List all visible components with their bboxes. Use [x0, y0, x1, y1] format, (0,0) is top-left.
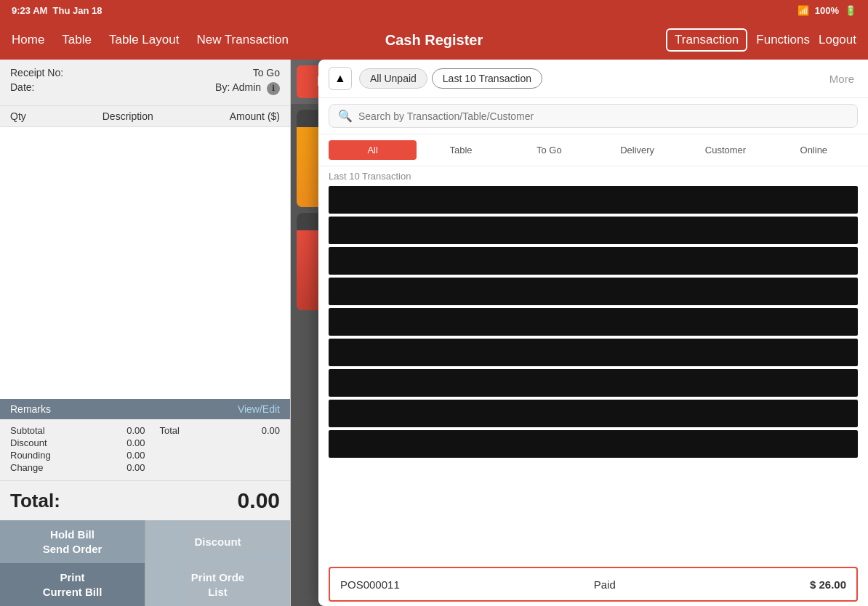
- subtotal-row: Subtotal 0.00: [10, 425, 145, 436]
- col-headers: Qty Description Amount ($): [0, 106, 290, 127]
- collapse-button[interactable]: ▲: [329, 67, 352, 90]
- receipt-date-label: Date:: [10, 81, 34, 95]
- transaction-list-header: Last 10 Transaction: [318, 166, 868, 186]
- hold-bill-button[interactable]: Hold Bill Send Order: [0, 520, 145, 563]
- nav-new-transaction[interactable]: New Transaction: [196, 33, 289, 47]
- overlay-header: ▲ All Unpaid Last 10 Transaction More: [318, 60, 868, 98]
- totals-grid: Subtotal 0.00 Total 0.00 Discount 0.00 R…: [10, 425, 280, 474]
- discount-row: Discount 0.00: [10, 437, 145, 448]
- nav-table-layout[interactable]: Table Layout: [109, 33, 179, 47]
- receipt-items: [0, 127, 290, 400]
- subtotal-val: 0.00: [102, 425, 145, 436]
- nav-home[interactable]: Home: [12, 33, 44, 47]
- filter-tabs-top: All Unpaid Last 10 Transaction: [359, 68, 819, 89]
- receipt-date-row: Date: By: Admin ℹ: [10, 81, 280, 95]
- bottom-buttons: Hold Bill Send Order Discount: [0, 520, 290, 563]
- list-item[interactable]: [329, 400, 858, 427]
- main-layout: Receipt No: To Go Date: By: Admin ℹ Qty …: [0, 60, 868, 606]
- amount-col-header: Amount ($): [230, 110, 280, 122]
- qty-col-header: Qty: [10, 110, 26, 122]
- view-edit-button[interactable]: View/Edit: [238, 403, 280, 415]
- list-item[interactable]: [329, 247, 858, 275]
- cat-all[interactable]: All: [329, 140, 417, 160]
- nav-transaction[interactable]: Transaction: [666, 28, 747, 52]
- totals-section: Subtotal 0.00 Total 0.00 Discount 0.00 R…: [0, 419, 290, 480]
- filter-all-unpaid[interactable]: All Unpaid: [359, 68, 427, 89]
- nav-logout[interactable]: Logout: [819, 33, 856, 47]
- nav-functions[interactable]: Functions: [756, 33, 810, 47]
- admin-info-icon[interactable]: ℹ: [267, 82, 280, 95]
- cat-table[interactable]: Table: [417, 140, 505, 160]
- list-item[interactable]: [329, 278, 858, 305]
- print-order-list-button[interactable]: Print Orde List: [145, 563, 290, 606]
- left-panel: Receipt No: To Go Date: By: Admin ℹ Qty …: [0, 60, 291, 606]
- discount-val: 0.00: [102, 437, 145, 448]
- nav-bar: Home Table Table Layout New Transaction …: [0, 20, 868, 60]
- cat-togo[interactable]: To Go: [505, 140, 593, 160]
- transaction-list[interactable]: [318, 186, 868, 562]
- total-big-value: 0.00: [238, 488, 280, 513]
- subtotal-label: Subtotal: [10, 425, 45, 436]
- total-val: 0.00: [236, 425, 280, 436]
- receipt-no-label: Receipt No:: [10, 67, 63, 78]
- desc-col-header: Description: [103, 110, 153, 122]
- receipt-no-value: To Go: [253, 67, 280, 78]
- list-item[interactable]: [329, 430, 858, 458]
- print-current-bill-button[interactable]: Print Current Bill: [0, 563, 145, 606]
- list-item[interactable]: [329, 308, 858, 336]
- total-label: Total: [160, 425, 180, 436]
- battery-icon: 🔋: [845, 5, 856, 16]
- rounding-row: Rounding 0.00: [10, 450, 145, 461]
- cat-customer[interactable]: Customer: [681, 140, 769, 160]
- total-row: Total 0.00: [145, 425, 281, 436]
- search-bar: 🔍: [318, 98, 868, 134]
- change-row: Change 0.00: [10, 462, 145, 473]
- nav-right: Transaction Functions Logout: [666, 28, 856, 52]
- selected-transaction-row[interactable]: POS000011 Paid $ 26.00: [329, 567, 858, 602]
- status-time: 9:23 AM Thu Jan 18: [12, 5, 103, 16]
- list-item[interactable]: [329, 217, 858, 244]
- list-item[interactable]: [329, 186, 858, 214]
- filter-last10[interactable]: Last 10 Transaction: [432, 68, 542, 89]
- list-item[interactable]: [329, 369, 858, 397]
- battery-label: 100%: [815, 5, 839, 16]
- total-big-row: Total: 0.00: [0, 480, 290, 520]
- status-bar: 9:23 AM Thu Jan 18 📶 100% 🔋: [0, 0, 868, 20]
- wifi-icon: 📶: [797, 5, 809, 16]
- cat-delivery[interactable]: Delivery: [593, 140, 681, 160]
- change-label: Change: [10, 462, 44, 473]
- status-right: 📶 100% 🔋: [797, 5, 856, 16]
- receipt-no-row: Receipt No: To Go: [10, 67, 280, 78]
- cat-online[interactable]: Online: [770, 140, 858, 160]
- discount-label: Discount: [10, 437, 47, 448]
- nav-title: Cash Register: [385, 32, 483, 49]
- rounding-label: Rounding: [10, 450, 51, 461]
- search-input[interactable]: [358, 110, 848, 122]
- search-input-wrap: 🔍: [329, 104, 858, 128]
- search-icon: 🔍: [338, 109, 353, 123]
- list-item[interactable]: [329, 339, 858, 366]
- tx-pos-id: POS000011: [340, 578, 400, 591]
- print-buttons: Print Current Bill Print Orde List: [0, 563, 290, 606]
- nav-table[interactable]: Table: [62, 33, 92, 47]
- right-panel: Back Main Burgers Piz... Spaghetti Brea.…: [291, 60, 868, 606]
- receipt-by-admin: By: Admin ℹ: [215, 81, 280, 95]
- category-filter-row: All Table To Go Delivery Customer Online: [318, 134, 868, 166]
- nav-links: Home Table Table Layout New Transaction: [12, 33, 289, 47]
- total-big-label: Total:: [10, 490, 60, 512]
- more-button[interactable]: More: [826, 69, 858, 89]
- remarks-bar: Remarks View/Edit: [0, 399, 290, 419]
- transaction-overlay: ▲ All Unpaid Last 10 Transaction More 🔍 …: [318, 60, 868, 606]
- discount-button[interactable]: Discount: [145, 520, 290, 563]
- chevron-up-icon: ▲: [334, 72, 346, 85]
- rounding-val: 0.00: [102, 450, 145, 461]
- remarks-label: Remarks: [10, 403, 51, 415]
- tx-status: Paid: [594, 578, 616, 591]
- receipt-header: Receipt No: To Go Date: By: Admin ℹ: [0, 60, 290, 106]
- tx-amount: $ 26.00: [810, 578, 846, 591]
- change-val: 0.00: [102, 462, 145, 473]
